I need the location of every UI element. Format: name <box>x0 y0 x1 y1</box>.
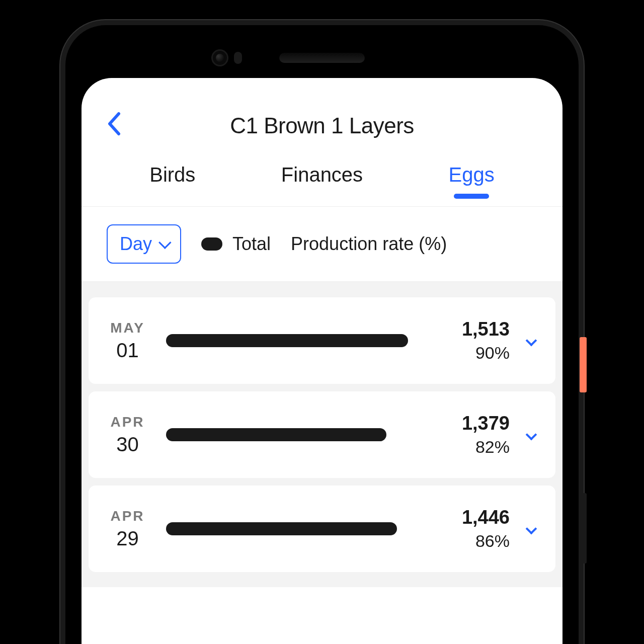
date-month: APR <box>104 414 151 430</box>
tab-finances[interactable]: Finances <box>271 158 373 191</box>
bar-column <box>164 522 437 535</box>
tab-indicator <box>454 194 489 199</box>
bar-column <box>164 334 437 347</box>
legend-total-label: Total <box>232 233 271 255</box>
legend-total: Total <box>201 233 271 255</box>
value-percent: 82% <box>449 437 510 457</box>
value-total: 1,379 <box>449 413 510 434</box>
value-percent: 86% <box>449 531 510 551</box>
chevron-down-icon <box>158 236 171 249</box>
date-column: APR 29 <box>104 508 151 550</box>
header: C1 Brown 1 Layers <box>82 78 562 158</box>
app-screen: C1 Brown 1 Layers Birds Finances Eggs Da… <box>82 78 562 644</box>
date-column: APR 30 <box>104 414 151 456</box>
tab-birds[interactable]: Birds <box>139 158 205 191</box>
date-day: 30 <box>104 433 151 456</box>
chevron-down-icon <box>526 335 537 347</box>
list-item[interactable]: APR 30 1,379 82% <box>89 391 555 478</box>
data-list: MAY 01 1,513 90% APR 30 <box>82 282 562 587</box>
chevron-down-icon <box>526 429 537 441</box>
production-bar <box>166 522 397 535</box>
value-total: 1,513 <box>449 318 510 340</box>
date-day: 01 <box>104 339 151 362</box>
phone-mockup: C1 Brown 1 Layers Birds Finances Eggs Da… <box>60 20 584 644</box>
value-total: 1,446 <box>449 507 510 528</box>
tabs: Birds Finances Eggs <box>82 158 562 207</box>
chevron-down-icon <box>526 523 537 535</box>
list-item[interactable]: APR 29 1,446 86% <box>89 486 555 572</box>
period-select[interactable]: Day <box>107 224 181 264</box>
period-select-label: Day <box>120 233 152 255</box>
tab-label: Eggs <box>449 164 495 186</box>
filter-bar: Day Total Production rate (%) <box>82 207 562 282</box>
date-month: MAY <box>104 320 151 336</box>
list-item[interactable]: MAY 01 1,513 90% <box>89 297 555 384</box>
values-column: 1,379 82% <box>449 413 510 457</box>
tab-eggs[interactable]: Eggs <box>439 158 505 191</box>
expand-toggle[interactable] <box>522 337 540 345</box>
phone-sensor <box>234 52 242 64</box>
phone-side-button <box>580 493 587 564</box>
date-column: MAY 01 <box>104 320 151 362</box>
values-column: 1,446 86% <box>449 507 510 551</box>
phone-camera <box>211 49 228 66</box>
production-bar <box>166 428 386 441</box>
production-bar <box>166 334 408 347</box>
legend-rate-label: Production rate (%) <box>291 233 447 255</box>
date-month: APR <box>104 508 151 524</box>
legend-dot-icon <box>201 237 222 251</box>
phone-side-button-accent <box>580 337 587 392</box>
value-percent: 90% <box>449 343 510 363</box>
expand-toggle[interactable] <box>522 431 540 439</box>
back-icon[interactable] <box>107 112 121 140</box>
page-title: C1 Brown 1 Layers <box>102 113 542 138</box>
phone-speaker <box>279 53 365 63</box>
bar-column <box>164 428 437 441</box>
date-day: 29 <box>104 527 151 550</box>
values-column: 1,513 90% <box>449 318 510 363</box>
expand-toggle[interactable] <box>522 525 540 533</box>
